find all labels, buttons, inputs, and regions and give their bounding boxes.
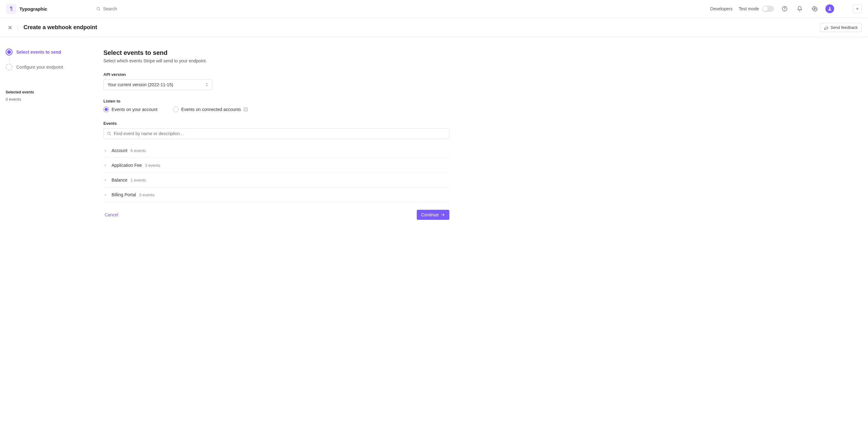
api-version-select[interactable]: Your current version (2022-11-15) [103,79,213,90]
user-avatar[interactable] [826,4,834,13]
notifications-button[interactable] [795,4,804,13]
step-configure-endpoint[interactable]: Configure your endpoint [6,62,92,72]
svg-line-14 [110,135,111,136]
svg-point-13 [107,132,110,135]
chevron-right-icon: › [105,163,108,168]
form-footer: Cancel Continue [103,210,450,220]
radio-checked-icon [103,107,109,112]
step-select-events[interactable]: Select events to send [6,47,92,57]
close-icon [7,25,12,30]
svg-point-0 [97,7,99,10]
radio-label: Events on your account [112,107,157,112]
svg-point-4 [814,8,816,10]
event-group-list: › Account 6 events › Application Fee 3 e… [103,143,450,202]
sidebar: Select events to send Configure your end… [0,37,98,229]
global-search[interactable] [96,6,705,11]
selected-events-count: 0 events [6,97,92,101]
test-mode-toggle[interactable]: Test mode [739,6,774,12]
sub-header: Create a webhook endpoint Send feedback [0,18,868,37]
event-group-count: 6 events [131,148,146,153]
svg-line-1 [99,10,100,11]
step-indicator-pending-icon [6,64,12,70]
event-group-row[interactable]: › Billing Portal 3 events [103,187,450,202]
chevron-right-icon: › [105,178,108,182]
add-button[interactable] [853,4,862,13]
search-icon [96,7,101,11]
search-input[interactable] [103,6,158,11]
chat-icon [824,25,829,30]
svg-point-3 [785,10,785,10]
svg-point-5 [829,7,831,9]
plus-icon [855,7,860,11]
step-label: Configure your endpoint [16,65,63,69]
event-group-name: Account [112,148,127,153]
events-search-input[interactable] [114,131,446,136]
step-connector [9,57,9,62]
help-icon [782,6,787,11]
toggle-switch[interactable] [762,6,774,12]
listen-to-radio-group: Events on your account Events on connect… [103,107,450,112]
page-title: Create a webhook endpoint [24,24,97,31]
person-icon [828,7,832,11]
api-version-value: Your current version (2022-11-15) [107,82,173,87]
radio-events-on-connected[interactable]: Events on connected accounts [173,107,248,112]
chevron-updown-icon [205,83,208,87]
developers-link[interactable]: Developers [710,6,733,11]
continue-label: Continue [421,212,439,217]
brand-name: Typographic [20,6,47,11]
event-group-name: Balance [112,177,127,182]
chevron-right-icon: › [105,193,108,197]
event-group-row[interactable]: › Application Fee 3 events [103,158,450,173]
event-group-row[interactable]: › Balance 1 events [103,173,450,187]
api-version-label: API version [103,72,450,77]
feedback-label: Send feedback [830,25,858,30]
help-button[interactable] [780,4,789,13]
event-group-row[interactable]: › Account 6 events [103,143,450,158]
cancel-button[interactable]: Cancel [103,210,120,220]
radio-events-on-account[interactable]: Events on your account [103,107,157,112]
top-header: ¶ Typographic Developers Test mode [0,0,868,18]
brand[interactable]: ¶ Typographic [6,4,47,14]
event-group-name: Application Fee [112,163,142,168]
search-icon [107,131,111,136]
selected-events-heading: Selected events [6,90,92,94]
bell-icon [797,6,803,11]
gear-icon [812,6,817,11]
event-group-count: 3 events [139,193,154,197]
test-mode-label: Test mode [739,6,759,11]
send-feedback-button[interactable]: Send feedback [820,23,862,32]
radio-unchecked-icon [173,107,179,112]
header-right: Developers Test mode [710,4,862,13]
settings-button[interactable] [810,4,819,13]
chevron-right-icon: › [105,148,108,153]
content: Select events to send Select which event… [98,37,455,229]
events-search[interactable] [103,128,450,139]
brand-logo-icon: ¶ [6,4,16,14]
arrow-right-icon [441,213,445,217]
close-button[interactable] [6,25,18,30]
step-indicator-active-icon [6,49,12,56]
radio-label: Events on connected accounts [181,107,241,112]
continue-button[interactable]: Continue [417,210,450,220]
event-group-count: 1 events [131,178,146,182]
section-title: Select events to send [103,49,450,56]
event-group-count: 3 events [145,163,160,168]
section-subtitle: Select which events Stripe will send to … [103,58,450,63]
svg-point-12 [246,109,246,109]
listen-to-label: Listen to [103,99,450,104]
event-group-name: Billing Portal [112,192,136,197]
events-label: Events [103,121,450,126]
step-label: Select events to send [16,50,61,55]
main-layout: Select events to send Configure your end… [0,37,868,229]
info-icon[interactable] [244,107,248,112]
